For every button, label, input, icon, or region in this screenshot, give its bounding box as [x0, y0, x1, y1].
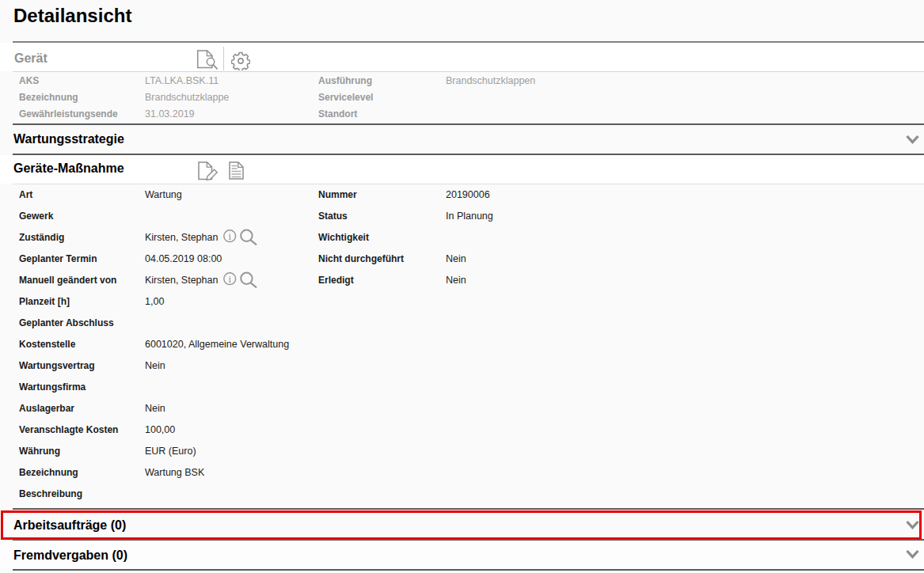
- svg-text:i: i: [228, 274, 231, 285]
- svg-text:i: i: [228, 231, 231, 242]
